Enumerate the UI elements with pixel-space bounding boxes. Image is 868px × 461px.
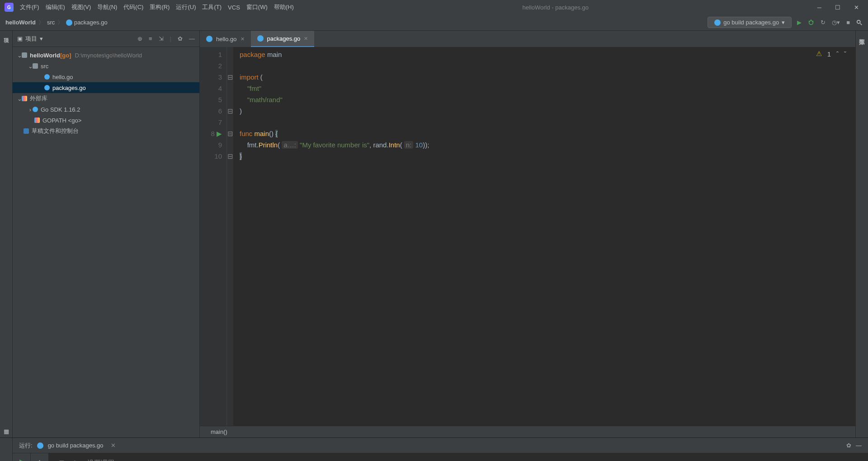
run-config-name: go build packages.go <box>48 442 104 449</box>
debug-button[interactable] <box>808 19 814 26</box>
menu-navigate[interactable]: 导航(N) <box>97 3 117 11</box>
svg-line-5 <box>860 23 862 25</box>
fold-gutter[interactable]: ⊟ ⊟ ⊟ ⊟ <box>227 47 233 426</box>
prev-highlight-icon[interactable]: ˆ <box>836 50 839 58</box>
run-settings-icon[interactable]: ✿ <box>846 442 851 449</box>
rerun-button[interactable]: ▶ <box>19 458 24 461</box>
breadcrumb[interactable]: helloWorld〉src〉 packages.go <box>5 19 108 27</box>
menu-file[interactable]: 文件(F) <box>20 3 39 11</box>
select-opened-icon[interactable]: ⊕ <box>137 35 142 42</box>
structure-tool-icon[interactable]: ▦ <box>4 428 9 435</box>
chevron-down-icon[interactable]: ▾ <box>40 35 43 42</box>
hide-sidebar-icon[interactable]: — <box>189 35 195 42</box>
run-toolbar-1: ▶ 🔧 ─ ■ ▭ 📌 <box>13 453 31 461</box>
app-logo-icon: G <box>5 3 14 12</box>
maximize-icon[interactable]: ☐ <box>835 4 840 11</box>
menu-window[interactable]: 窗口(W) <box>246 3 268 11</box>
menu-edit[interactable]: 编辑(E) <box>46 3 65 11</box>
gutter-run-icon[interactable]: ▶ <box>217 130 222 137</box>
run-toolbar-2: ↑ ↓ ⇥ ⤓ 🖶 🗑 <box>31 453 49 461</box>
close-tab-icon[interactable]: ✕ <box>241 36 245 42</box>
go-file-icon <box>37 442 43 449</box>
tree-gosdk[interactable]: ›Go SDK 1.16.2 <box>13 104 199 115</box>
breadcrumb-src[interactable]: src <box>47 19 55 26</box>
main-area: 项目 ▦ ▣ 项目 ▾ ⊕ ≡ ⇲ | ✿ — ⌄helloWorld [go]… <box>0 31 868 437</box>
code-editor[interactable]: 12345678 ▶910 ⊟ ⊟ ⊟ ⊟ package main impor… <box>200 47 855 426</box>
window-title: helloWorld - packages.go <box>300 4 811 11</box>
warning-icon: ⚠ <box>816 50 822 58</box>
coverage-button[interactable]: ↻ <box>821 19 826 26</box>
breadcrumb-file[interactable]: packages.go <box>74 19 108 26</box>
tree-extlib[interactable]: ⌄外部库 <box>13 93 199 104</box>
tab-hello-label: hello.go <box>216 36 237 42</box>
inspection-badge[interactable]: ⚠1 ˆ ˇ <box>816 50 846 58</box>
tab-hello[interactable]: hello.go✕ <box>200 31 251 47</box>
editor-tabs: hello.go✕ packages.go✕ <box>200 31 855 47</box>
editor-area: hello.go✕ packages.go✕ 12345678 ▶910 ⊟ ⊟… <box>200 31 855 437</box>
project-tree: ⌄helloWorld [go]D:\mynotes\go\helloWorld… <box>13 47 199 139</box>
minimize-icon[interactable]: ─ <box>817 4 821 11</box>
run-tool-window: 结构 收藏 ★ 运行: go build packages.go ✕ ✿ — ▶… <box>0 437 868 461</box>
menu-help[interactable]: 帮助(H) <box>274 3 294 11</box>
close-icon[interactable]: ✕ <box>854 4 859 11</box>
run-button[interactable]: ▶ <box>797 19 802 26</box>
search-button[interactable] <box>856 19 863 26</box>
line-gutter[interactable]: 12345678 ▶910 <box>200 47 227 426</box>
warning-count: 1 <box>827 50 831 58</box>
profiler-button[interactable]: ◷▾ <box>832 19 840 26</box>
breadcrumb-root[interactable]: helloWorld <box>5 19 36 26</box>
close-tab-icon[interactable]: ✕ <box>304 36 308 42</box>
tree-root[interactable]: ⌄helloWorld [go]D:\mynotes\go\helloWorld <box>13 50 199 61</box>
left-tool-stripe: 项目 ▦ <box>0 31 13 437</box>
tab-packages[interactable]: packages.go✕ <box>251 31 315 47</box>
stop-button[interactable]: ■ <box>846 19 850 26</box>
sidebar-header: ▣ 项目 ▾ ⊕ ≡ ⇲ | ✿ — <box>13 31 199 47</box>
menubar: G 文件(F) 编辑(E) 视图(V) 导航(N) 代码(C) 重构(R) 运行… <box>0 0 868 14</box>
menu-run[interactable]: 运行(U) <box>176 3 196 11</box>
collapse-all-icon[interactable]: ⇲ <box>159 35 164 42</box>
editor-breadcrumb[interactable]: main() <box>200 426 855 437</box>
svg-point-4 <box>857 20 860 23</box>
menu-tools[interactable]: 工具(T) <box>202 3 222 11</box>
tree-src[interactable]: ⌄src <box>13 61 199 71</box>
menu-vcs[interactable]: VCS <box>228 4 240 11</box>
code-lines[interactable]: package main import ( "fmt" "math/rand")… <box>233 47 855 426</box>
tree-gopath[interactable]: GOPATH <go> <box>13 115 199 126</box>
settings-icon[interactable]: ✿ <box>178 35 183 42</box>
hide-run-icon[interactable]: — <box>856 442 862 449</box>
go-file-icon <box>257 35 264 42</box>
go-file-icon <box>206 36 212 42</box>
left-stripe-lower: 结构 收藏 ★ <box>0 438 13 461</box>
run-config-label: go build packages.go <box>723 19 779 26</box>
expand-all-icon[interactable]: ≡ <box>149 35 152 42</box>
run-header: 运行: go build packages.go ✕ ✿ — <box>13 438 868 453</box>
tree-packages[interactable]: packages.go <box>13 82 199 93</box>
close-run-tab-icon[interactable]: ✕ <box>111 442 116 449</box>
menu-code[interactable]: 代码(C) <box>123 3 143 11</box>
project-sidebar: ▣ 项目 ▾ ⊕ ≡ ⇲ | ✿ — ⌄helloWorld [go]D:\my… <box>13 31 200 437</box>
tree-scratch[interactable]: 草稿文件和控制台 <box>13 126 199 136</box>
run-title: 运行: <box>19 442 33 450</box>
menu-refactor[interactable]: 重构(R) <box>150 3 170 11</box>
go-file-icon <box>714 19 721 26</box>
right-tool-stripe: 数据库 <box>855 31 868 437</box>
sidebar-title: 项目 <box>25 35 37 43</box>
chevron-down-icon: ▾ <box>782 19 785 26</box>
menu-view[interactable]: 视图(V) <box>71 3 91 11</box>
toolbar: helloWorld〉src〉 packages.go go build pac… <box>0 14 868 31</box>
project-view-icon: ▣ <box>17 35 23 42</box>
run-body: 运行: go build packages.go ✕ ✿ — ▶ 🔧 ─ ■ ▭… <box>13 438 868 461</box>
tab-packages-label: packages.go <box>267 35 301 42</box>
run-output[interactable]: ⊞<4 go 设置调用> My favorite number is 1 进程完… <box>49 453 868 461</box>
go-file-icon <box>66 19 72 26</box>
run-config-selector[interactable]: go build packages.go ▾ <box>708 17 792 28</box>
up-icon[interactable]: ↑ <box>38 458 41 461</box>
next-highlight-icon[interactable]: ˇ <box>844 50 846 58</box>
tree-hello[interactable]: hello.go <box>13 71 199 82</box>
